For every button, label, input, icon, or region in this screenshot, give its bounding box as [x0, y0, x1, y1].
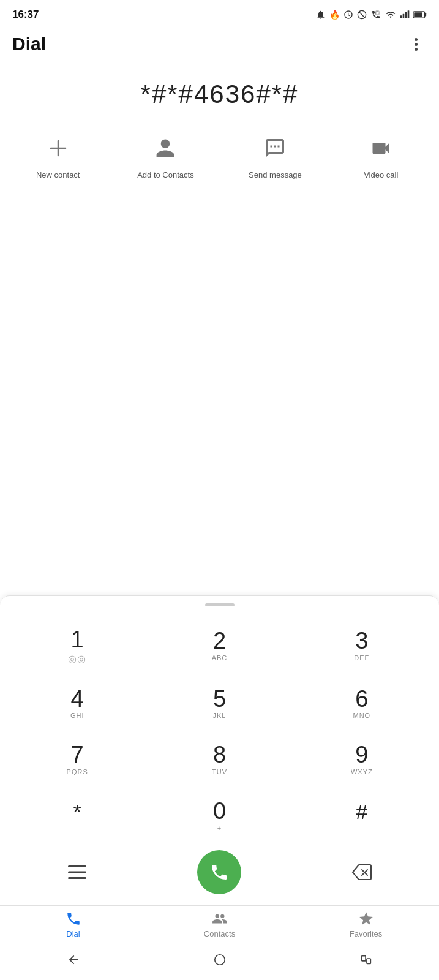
svg-rect-2 [400, 15, 402, 18]
battery-icon [413, 10, 427, 19]
dial-number-1: 1 [71, 627, 84, 653]
status-time: 16:37 [12, 9, 39, 21]
nav-contacts-icon [212, 911, 228, 927]
dial-letters-9: WXYZ [351, 768, 373, 777]
video-call-label: Video call [364, 170, 398, 179]
dial-number-6: 6 [355, 687, 368, 712]
add-to-contacts-label: Add to Contacts [137, 170, 194, 179]
dial-key-6[interactable]: 6 MNO [291, 676, 433, 732]
svg-point-16 [214, 955, 225, 965]
dial-key-1[interactable]: 1 ◎◎ [6, 616, 148, 676]
nav-dial-label: Dial [66, 929, 80, 938]
delete-button[interactable] [291, 855, 433, 889]
header: Dial [0, 27, 439, 61]
dial-letters-7: PQRS [67, 768, 88, 777]
dial-letters-5: JKL [213, 712, 227, 720]
status-bar: 16:37 🔥 [0, 0, 439, 27]
svg-rect-13 [68, 877, 86, 879]
alarm-icon [343, 10, 353, 20]
dial-key-7[interactable]: 7 PQRS [6, 731, 148, 788]
page-title: Dial [12, 34, 46, 55]
dial-number-3: 3 [355, 628, 368, 654]
bottom-nav: Dial Contacts Favorites [0, 905, 439, 942]
dialpad-sheet: 1 ◎◎ 2 ABC 3 DEF 4 GHI 5 JKL 6 MNO [0, 595, 439, 980]
video-call-button[interactable]: Video call [356, 131, 405, 179]
dial-number-4: 4 [71, 687, 84, 712]
message-icon [258, 131, 292, 165]
nav-dial[interactable]: Dial [43, 911, 104, 938]
svg-rect-5 [408, 10, 410, 18]
dial-key-5[interactable]: 5 JKL [148, 676, 290, 732]
call-wifi-icon [370, 10, 381, 20]
dial-letters-6: MNO [353, 712, 370, 720]
nav-favorites-label: Favorites [350, 929, 382, 938]
svg-line-1 [359, 12, 364, 17]
svg-rect-18 [366, 959, 370, 963]
add-to-contacts-button[interactable]: Add to Contacts [137, 131, 194, 179]
home-button[interactable] [201, 948, 239, 971]
dial-number-7: 7 [71, 742, 84, 768]
dial-letters-0: + [217, 824, 222, 833]
signal-icon [400, 10, 410, 20]
svg-rect-8 [414, 12, 422, 17]
nav-favorites[interactable]: Favorites [336, 911, 397, 938]
dial-letters-2: ABC [212, 654, 228, 663]
blocked-icon [357, 10, 367, 20]
action-buttons: New contact Add to Contacts Send message… [0, 121, 439, 192]
more-options-button[interactable] [405, 33, 427, 55]
sheet-handle [205, 603, 235, 606]
dial-key-hash[interactable]: # [291, 788, 433, 844]
new-contact-label: New contact [36, 170, 80, 179]
dial-key-4[interactable]: 4 GHI [6, 676, 148, 732]
dialpad-options-button[interactable] [6, 857, 148, 888]
dial-key-star[interactable]: * [6, 788, 148, 844]
dial-number-5: 5 [213, 687, 226, 712]
dial-number-9: 9 [355, 742, 368, 768]
home-icon [213, 953, 227, 967]
dial-number-0: 0 [213, 799, 226, 824]
dial-key-0[interactable]: 0 + [148, 788, 290, 844]
dialpad-actions [0, 844, 439, 905]
dial-letters-3: DEF [354, 654, 369, 663]
dial-key-8[interactable]: 8 TUV [148, 731, 290, 788]
dialpad-grid: 1 ◎◎ 2 ABC 3 DEF 4 GHI 5 JKL 6 MNO [0, 616, 439, 844]
nav-contacts-label: Contacts [204, 929, 235, 938]
nav-favorites-icon [358, 911, 374, 927]
videocam-icon [364, 131, 398, 165]
status-icons: 🔥 [316, 10, 427, 20]
nav-dial-icon [66, 911, 81, 927]
recents-button[interactable] [347, 948, 385, 971]
svg-rect-11 [68, 865, 86, 867]
send-message-button[interactable]: Send message [249, 131, 302, 179]
delete-icon [351, 864, 372, 881]
dial-letters-8: TUV [212, 768, 227, 777]
back-icon [67, 953, 80, 967]
dial-letters-1: ◎◎ [68, 653, 86, 665]
fire-icon: 🔥 [329, 10, 340, 20]
dial-key-9[interactable]: 9 WXYZ [291, 731, 433, 788]
call-button[interactable] [197, 850, 241, 894]
svg-rect-17 [361, 956, 365, 961]
content-spacer [0, 192, 439, 595]
dial-number-8: 8 [213, 742, 226, 768]
svg-rect-7 [425, 13, 427, 16]
recents-icon [359, 953, 373, 967]
dial-number-2: 2 [213, 628, 226, 654]
dial-symbol-hash: # [356, 800, 367, 824]
system-nav [0, 942, 439, 980]
dial-symbol-star: * [73, 800, 81, 824]
phone-icon [209, 862, 229, 882]
hamburger-icon [68, 865, 86, 879]
svg-rect-12 [68, 872, 86, 873]
send-message-label: Send message [249, 170, 302, 179]
nav-contacts[interactable]: Contacts [189, 911, 250, 938]
new-contact-button[interactable]: New contact [34, 131, 83, 179]
notification-icon [316, 10, 326, 20]
dial-key-2[interactable]: 2 ABC [148, 616, 290, 676]
wifi-icon [385, 10, 396, 20]
back-button[interactable] [54, 948, 92, 971]
plus-icon [41, 131, 75, 165]
dialed-number[interactable]: *#*#4636#*# [0, 61, 439, 121]
dial-key-3[interactable]: 3 DEF [291, 616, 433, 676]
svg-rect-3 [403, 14, 405, 18]
